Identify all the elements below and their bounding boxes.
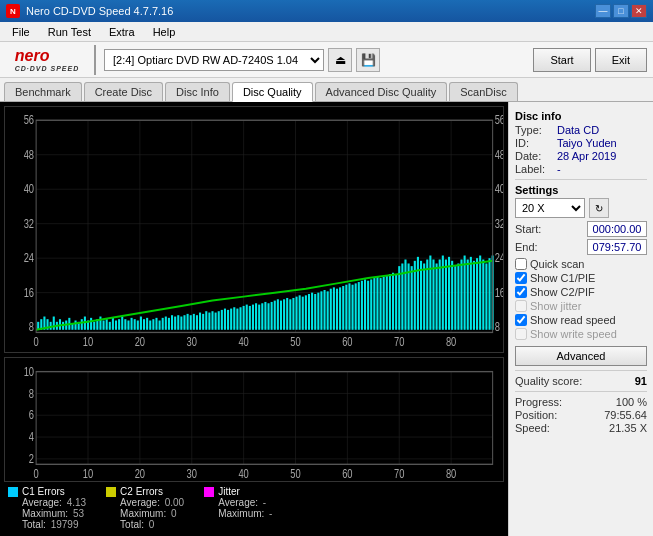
refresh-button[interactable]: ↻ [589,198,609,218]
svg-rect-147 [373,278,375,330]
start-button[interactable]: Start [533,48,590,72]
svg-rect-129 [317,293,319,330]
svg-rect-97 [218,311,220,330]
svg-rect-99 [224,309,226,330]
c2-color-box [106,487,116,497]
svg-rect-122 [296,297,298,330]
nero-logo: nero CD·DVD SPEED [6,45,96,75]
svg-rect-131 [324,290,326,330]
svg-rect-140 [352,285,354,330]
show-c2pif-checkbox[interactable] [515,286,527,298]
legend-c2: C2 Errors Average: 0.00 Maximum: 0 Total… [106,486,184,530]
svg-rect-108 [252,305,254,330]
show-c2pif-label: Show C2/PIF [530,286,595,298]
advanced-button[interactable]: Advanced [515,346,647,366]
menu-run-test[interactable]: Run Test [40,24,99,40]
svg-rect-177 [467,260,469,330]
progress-label: Progress: [515,396,562,408]
eject-button[interactable]: ⏏ [328,48,352,72]
svg-rect-111 [261,303,263,330]
right-panel: Disc info Type: Data CD ID: Taiyo Yuden … [508,102,653,536]
svg-text:4: 4 [29,430,34,444]
svg-rect-113 [267,303,269,330]
legend-jitter: Jitter Average: - Maximum: - [204,486,272,530]
svg-rect-165 [429,256,431,330]
svg-rect-145 [367,281,369,330]
svg-rect-162 [420,261,422,330]
divider-2 [515,370,647,371]
svg-rect-74 [146,318,148,330]
svg-rect-136 [339,287,341,329]
chart-top: 56 48 40 32 24 16 8 56 48 40 32 24 16 8 … [4,106,504,353]
svg-rect-157 [404,260,406,330]
quick-scan-checkbox[interactable] [515,258,527,270]
close-button[interactable]: ✕ [631,4,647,18]
show-write-speed-row: Show write speed [515,328,647,340]
svg-rect-75 [149,321,151,330]
menu-extra[interactable]: Extra [101,24,143,40]
svg-rect-94 [208,313,210,330]
show-c1pie-checkbox[interactable] [515,272,527,284]
save-button[interactable]: 💾 [356,48,380,72]
disc-date-label: Date: [515,150,553,162]
menu-file[interactable]: File [4,24,38,40]
speed-selector[interactable]: 20 X [515,198,585,218]
disc-label-row: Label: - [515,163,647,175]
tab-benchmark[interactable]: Benchmark [4,82,82,101]
tab-disc-quality[interactable]: Disc Quality [232,82,313,102]
disc-info-title: Disc info [515,110,647,122]
exit-button[interactable]: Exit [595,48,647,72]
tab-create-disc[interactable]: Create Disc [84,82,163,101]
svg-text:0: 0 [34,467,39,481]
svg-rect-91 [199,313,201,330]
svg-rect-176 [464,256,466,330]
svg-text:80: 80 [446,467,456,481]
svg-rect-88 [190,315,192,330]
svg-rect-141 [355,283,357,329]
svg-text:56: 56 [24,113,34,126]
tab-disc-info[interactable]: Disc Info [165,82,230,101]
legend-c1: C1 Errors Average: 4.13 Maximum: 53 Tota… [8,486,86,530]
tab-bar: Benchmark Create Disc Disc Info Disc Qua… [0,78,653,102]
disc-date-row: Date: 28 Apr 2019 [515,150,647,162]
jitter-color-box [204,487,214,497]
maximize-button[interactable]: □ [613,4,629,18]
svg-rect-104 [239,307,241,330]
menu-help[interactable]: Help [145,24,184,40]
svg-rect-101 [230,309,232,330]
logo-nero: nero [15,47,80,65]
svg-rect-63 [112,318,114,330]
svg-rect-163 [423,263,425,329]
svg-text:16: 16 [495,285,503,298]
minimize-button[interactable]: — [595,4,611,18]
show-write-speed-checkbox[interactable] [515,328,527,340]
show-jitter-checkbox[interactable] [515,300,527,312]
c2-total-value: 0 [149,519,155,530]
disc-date-value: 28 Apr 2019 [557,150,616,162]
svg-rect-67 [124,319,126,330]
disc-type-row: Type: Data CD [515,124,647,136]
drive-selector[interactable]: [2:4] Optiarc DVD RW AD-7240S 1.04 [104,49,324,71]
main-content: 56 48 40 32 24 16 8 56 48 40 32 24 16 8 … [0,102,653,536]
svg-rect-64 [115,321,117,330]
svg-text:50: 50 [290,335,300,348]
show-read-speed-checkbox[interactable] [515,314,527,326]
show-c2pif-row: Show C2/PIF [515,286,647,298]
svg-rect-93 [205,311,207,330]
svg-text:24: 24 [495,251,503,264]
svg-rect-187 [5,358,503,481]
svg-rect-143 [361,281,363,330]
svg-rect-90 [196,315,198,330]
svg-text:48: 48 [24,148,34,161]
svg-rect-128 [314,294,316,330]
disc-type-label: Type: [515,124,553,136]
c2-total-label: Total: [120,519,144,530]
svg-rect-61 [106,319,108,330]
svg-rect-109 [255,303,257,330]
jitter-avg-label: Average: [218,497,258,508]
chart-legend: C1 Errors Average: 4.13 Maximum: 53 Tota… [4,484,504,532]
tab-advanced-disc-quality[interactable]: Advanced Disc Quality [315,82,448,101]
tab-scandisc[interactable]: ScanDisc [449,82,517,101]
show-jitter-label: Show jitter [530,300,581,312]
svg-text:50: 50 [290,467,300,481]
